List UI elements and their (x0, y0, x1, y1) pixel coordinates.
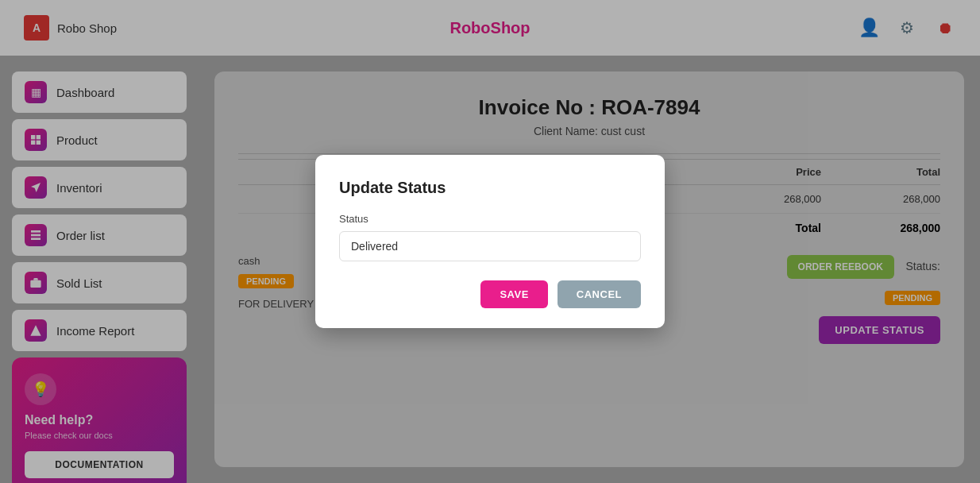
modal-overlay: Update Status Status SAVE CANCEL (0, 0, 980, 483)
update-status-modal: Update Status Status SAVE CANCEL (315, 155, 665, 328)
status-form-group: Status (339, 213, 641, 261)
status-form-label: Status (339, 213, 641, 225)
save-button[interactable]: SAVE (480, 280, 547, 308)
cancel-button[interactable]: CANCEL (558, 280, 641, 308)
modal-actions: SAVE CANCEL (339, 280, 641, 308)
modal-title: Update Status (339, 179, 641, 197)
status-input[interactable] (339, 231, 641, 261)
